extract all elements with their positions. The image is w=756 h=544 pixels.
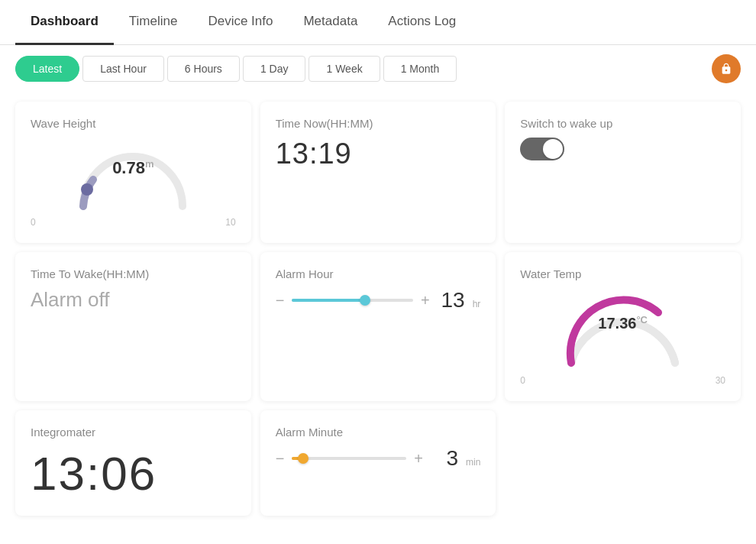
- alarm-hour-slider-row: − + 13 hr: [276, 288, 481, 312]
- alarm-minute-unit: min: [466, 457, 480, 468]
- toggle-knob: [543, 139, 563, 159]
- wave-height-title: Wave Height: [31, 117, 236, 130]
- filter-1-month[interactable]: 1 Month: [383, 56, 457, 82]
- dashboard-grid: Wave Height 0.78m 0 10: [0, 92, 756, 531]
- lock-icon[interactable]: [712, 54, 741, 83]
- alarm-hour-card: Alarm Hour − + 13 hr: [260, 252, 496, 401]
- filter-latest[interactable]: Latest: [15, 56, 79, 82]
- wave-height-labels: 0 10: [31, 217, 236, 228]
- alarm-hour-minus[interactable]: −: [276, 293, 285, 308]
- time-now-title: Time Now(HH:MM): [276, 117, 481, 130]
- water-temp-labels: 0 30: [520, 375, 725, 386]
- alarm-minute-slider-row: − + 3 min: [276, 446, 481, 471]
- water-temp-gauge: 17.36°C: [562, 288, 684, 372]
- wake-up-card: Switch to wake up: [505, 102, 741, 243]
- nav-tabs: Dashboard Timeline Device Info Metadata …: [0, 0, 756, 45]
- time-to-wake-card: Time To Wake(HH:MM) Alarm off: [15, 252, 251, 401]
- filter-bar: Latest Last Hour 6 Hours 1 Day 1 Week 1 …: [0, 45, 756, 92]
- filter-1-day[interactable]: 1 Day: [243, 56, 306, 82]
- alarm-hour-unit: hr: [473, 299, 481, 309]
- alarm-hour-plus[interactable]: +: [421, 293, 430, 308]
- filter-last-hour[interactable]: Last Hour: [82, 56, 164, 82]
- time-now-value: 13:19: [276, 138, 481, 170]
- alarm-minute-thumb: [298, 453, 309, 464]
- tab-dashboard[interactable]: Dashboard: [15, 0, 114, 45]
- tab-metadata[interactable]: Metadata: [288, 0, 373, 45]
- water-temp-title: Water Temp: [520, 267, 725, 280]
- alarm-off-value: Alarm off: [31, 288, 236, 312]
- water-temp-value: 17.36: [598, 316, 636, 332]
- svg-point-0: [81, 183, 93, 196]
- wave-height-gauge: 0.78m: [72, 138, 194, 214]
- alarm-hour-fill: [292, 299, 364, 302]
- time-to-wake-title: Time To Wake(HH:MM): [31, 267, 236, 280]
- alarm-minute-value: 3: [431, 446, 458, 471]
- wave-height-value: 0.78m: [112, 158, 153, 178]
- alarm-minute-title: Alarm Minute: [276, 426, 481, 439]
- tab-device-info[interactable]: Device Info: [192, 0, 288, 45]
- integromater-card: Integromater 13:06: [15, 410, 251, 516]
- integromater-value: 13:06: [31, 446, 236, 500]
- filter-1-week[interactable]: 1 Week: [309, 56, 380, 82]
- wave-height-card: Wave Height 0.78m 0 10: [15, 102, 251, 243]
- water-temp-unit: °C: [636, 314, 648, 325]
- alarm-hour-thumb: [360, 295, 370, 306]
- water-temp-card: Water Temp 17.36°C 0 30: [505, 252, 741, 401]
- tab-timeline[interactable]: Timeline: [114, 0, 193, 45]
- alarm-hour-value: 13: [438, 288, 465, 312]
- alarm-minute-minus[interactable]: −: [276, 451, 285, 466]
- alarm-minute-card: Alarm Minute − + 3 min: [260, 410, 496, 516]
- alarm-minute-plus[interactable]: +: [414, 451, 423, 466]
- wake-up-toggle[interactable]: [520, 138, 564, 160]
- time-now-card: Time Now(HH:MM) 13:19: [260, 102, 496, 243]
- integromater-title: Integromater: [31, 426, 236, 439]
- alarm-hour-track[interactable]: [292, 299, 413, 302]
- alarm-minute-track[interactable]: [292, 457, 406, 460]
- filter-6-hours[interactable]: 6 Hours: [167, 56, 240, 82]
- tab-actions-log[interactable]: Actions Log: [373, 0, 471, 45]
- alarm-hour-title: Alarm Hour: [276, 267, 481, 280]
- wake-up-title: Switch to wake up: [520, 117, 725, 130]
